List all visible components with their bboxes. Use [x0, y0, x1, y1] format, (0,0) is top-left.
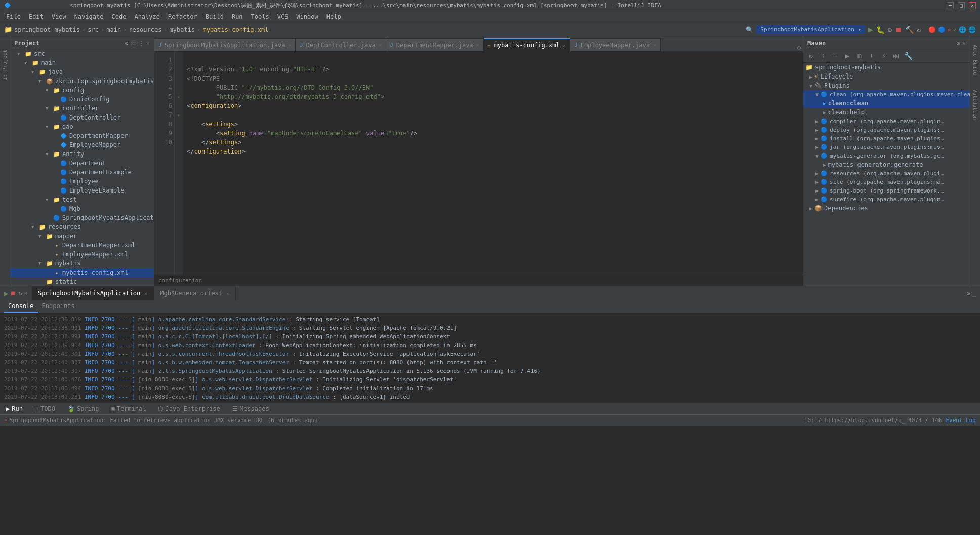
- maven-download-btn[interactable]: ⬇: [866, 50, 877, 61]
- editor-settings-icon[interactable]: ⚙: [797, 44, 801, 51]
- breadcrumb-mybatis[interactable]: mybatis: [170, 26, 195, 33]
- bottom-java-enterprise[interactable]: ⬡ Java Enterprise: [156, 405, 222, 412]
- bottom-run[interactable]: ▶ Run: [4, 405, 25, 412]
- tree-toggle-zkrun[interactable]: ▼: [38, 79, 45, 84]
- run-restart-icon[interactable]: ↻: [18, 290, 22, 297]
- tree-item-EmployeeExample[interactable]: 🔵EmployeeExample: [10, 186, 154, 195]
- run-button[interactable]: ▶: [868, 25, 873, 34]
- tree-item-main[interactable]: ▼📁main: [10, 58, 154, 67]
- bottom-messages[interactable]: ☰ Messages: [230, 405, 271, 412]
- menu-item-tools[interactable]: Tools: [247, 13, 273, 20]
- menu-item-navigate[interactable]: Navigate: [70, 13, 108, 20]
- maven-resources[interactable]: ▶ 🔵 resources (org.apache.maven.plugins:…: [803, 169, 970, 178]
- run-settings-icon[interactable]: ⚙: [967, 290, 970, 297]
- tree-item-SpringbootMybatisApplication[interactable]: 🔵SpringbootMybatisApplication: [10, 213, 154, 222]
- maximize-button[interactable]: □: [958, 2, 965, 9]
- menu-item-view[interactable]: View: [48, 13, 70, 20]
- run-play-icon[interactable]: ▶: [4, 289, 8, 297]
- run-tab-mgb[interactable]: Mgb$GeneratorTest ✕: [154, 286, 236, 300]
- tree-item-resources[interactable]: ▼📁resources: [10, 222, 154, 232]
- maven-lifecycle-btn[interactable]: ⚡: [878, 50, 889, 61]
- run-tab-springboot[interactable]: SpringbootMybatisApplication ✕: [32, 286, 154, 300]
- breadcrumb-resources[interactable]: resources: [129, 26, 161, 33]
- menu-item-analyze[interactable]: Analyze: [130, 13, 164, 20]
- run-tab-mgb-close[interactable]: ✕: [226, 291, 229, 296]
- maven-plugins[interactable]: ▼ 🔌 Plugins: [803, 81, 970, 90]
- run-minimize-icon[interactable]: _: [972, 290, 976, 297]
- maven-spring-boot[interactable]: ▶ 🔵 spring-boot (org.springframework.boo…: [803, 186, 970, 195]
- run-tab-springboot-close[interactable]: ✕: [144, 291, 147, 296]
- project-options-icon[interactable]: ⋮: [138, 40, 144, 47]
- maven-close-icon[interactable]: ✕: [962, 40, 966, 47]
- maven-add-btn[interactable]: +: [818, 50, 829, 61]
- maven-clean-help[interactable]: ▶ clean:help: [803, 108, 970, 117]
- tab-close[interactable]: ✕: [379, 42, 382, 48]
- maven-skip-btn[interactable]: ⏭: [890, 50, 902, 61]
- tab-close[interactable]: ✕: [563, 43, 566, 48]
- breadcrumb-file[interactable]: mybatis-config.xml: [202, 26, 268, 33]
- tree-item-DepartmentMapper.xml[interactable]: ✦DepartmentMapper.xml: [10, 241, 154, 250]
- tree-toggle-controller[interactable]: ▼: [46, 106, 52, 111]
- tree-toggle-main[interactable]: ▼: [24, 60, 30, 65]
- tree-item-src[interactable]: ▼📁src: [10, 49, 154, 58]
- debug-button[interactable]: 🐛: [876, 26, 885, 34]
- tree-toggle-resources[interactable]: ▼: [31, 224, 37, 230]
- minimize-button[interactable]: ─: [947, 2, 954, 9]
- project-tab-label[interactable]: 1: Project: [2, 50, 8, 80]
- maven-settings-icon[interactable]: ⚙: [957, 40, 960, 47]
- maven-refresh-btn[interactable]: ↻: [805, 50, 816, 61]
- tree-item-java[interactable]: ▼📁java: [10, 67, 154, 77]
- tab-endpoints[interactable]: Endpoints: [38, 300, 79, 313]
- tree-item-EmployeeMapper.xml[interactable]: ✦EmployeeMapper.xml: [10, 250, 154, 259]
- tree-item-DepartmentExample[interactable]: 🔵DepartmentExample: [10, 168, 154, 177]
- maven-site[interactable]: ▶ 🔵 site (org.apache.maven.plugins:maven…: [803, 178, 970, 186]
- bottom-terminal[interactable]: ▣ Terminal: [109, 405, 148, 412]
- menu-item-help[interactable]: Help: [322, 13, 345, 20]
- springboot-app-label[interactable]: SpringbootMybatisApplication ▾: [756, 25, 865, 34]
- menu-item-refactor[interactable]: Refactor: [164, 13, 201, 20]
- menu-item-vcs[interactable]: VCS: [273, 13, 293, 20]
- bottom-todo[interactable]: ≡ TODO: [33, 405, 57, 412]
- tree-item-Employee[interactable]: 🔵Employee: [10, 177, 154, 186]
- auto-build-label[interactable]: Auto Build: [972, 45, 978, 75]
- tree-item-EmployeeMapper[interactable]: 🔷EmployeeMapper: [10, 140, 154, 149]
- tab-close[interactable]: ✕: [653, 42, 656, 48]
- close-button[interactable]: ✕: [969, 2, 976, 9]
- breadcrumb-main[interactable]: main: [106, 26, 121, 33]
- tab-mybatis-config[interactable]: ✦ mybatis-config.xml ✕: [484, 38, 570, 51]
- tree-toggle-mapper[interactable]: ▼: [38, 234, 45, 239]
- code-area[interactable]: <?xml version="1.0" encoding="UTF-8" ?> …: [183, 52, 803, 275]
- tab-dept-mapper[interactable]: J DepartmentMapper.java ✕: [386, 38, 484, 51]
- tree-toggle-test[interactable]: ▼: [46, 197, 52, 202]
- tree-toggle-dao[interactable]: ▼: [46, 124, 52, 129]
- breadcrumb-project[interactable]: springboot-mybatis: [14, 26, 80, 33]
- run-config-button[interactable]: ⚙: [888, 26, 892, 34]
- tree-item-controller[interactable]: ▼📁controller: [10, 104, 154, 113]
- tree-item-dao[interactable]: ▼📁dao: [10, 122, 154, 131]
- tree-item-mybatis-config.xml[interactable]: ✦mybatis-config.xml: [10, 268, 154, 277]
- update-button[interactable]: ↻: [917, 26, 921, 34]
- maven-surefire[interactable]: ▶ 🔵 surefire (org.apache.maven.plugins:m…: [803, 195, 970, 204]
- tree-item-zkrun[interactable]: ▼📦zkrun.top.springbootmybatis: [10, 77, 154, 86]
- tab-dept-controller[interactable]: J DeptController.java ✕: [296, 38, 386, 51]
- tab-springboot-app[interactable]: J SpringbootMybatisApplication.java ✕: [154, 38, 296, 51]
- event-log-link[interactable]: Event Log: [946, 417, 976, 424]
- tree-item-entity[interactable]: ▼📁entity: [10, 149, 154, 159]
- maven-lifecycle[interactable]: ▶ ⚡ Lifecycle: [803, 72, 970, 81]
- tab-close[interactable]: ✕: [288, 42, 291, 48]
- project-layout-icon[interactable]: ☰: [131, 40, 136, 47]
- stop-button[interactable]: ⏹: [895, 26, 902, 34]
- validation-label[interactable]: Validation: [972, 89, 978, 120]
- project-close-icon[interactable]: ✕: [146, 40, 150, 47]
- maven-deploy[interactable]: ▶ 🔵 deploy (org.apache.maven.plugins:mav…: [803, 126, 970, 134]
- tree-item-mybatis[interactable]: ▼📁mybatis: [10, 259, 154, 268]
- menu-item-code[interactable]: Code: [108, 13, 131, 20]
- maven-install[interactable]: ▶ 🔵 install (org.apache.maven.plugins:ma…: [803, 134, 970, 143]
- menu-item-window[interactable]: Window: [292, 13, 322, 20]
- tree-toggle-src[interactable]: ▼: [17, 51, 23, 56]
- maven-jar[interactable]: ▶ 🔵 jar (org.apache.maven.plugins:maven-…: [803, 143, 970, 151]
- maven-settings-btn[interactable]: m: [854, 50, 865, 61]
- project-settings-icon[interactable]: ⚙: [125, 40, 129, 47]
- menu-item-run[interactable]: Run: [228, 13, 247, 20]
- tree-toggle-entity[interactable]: ▼: [46, 151, 52, 157]
